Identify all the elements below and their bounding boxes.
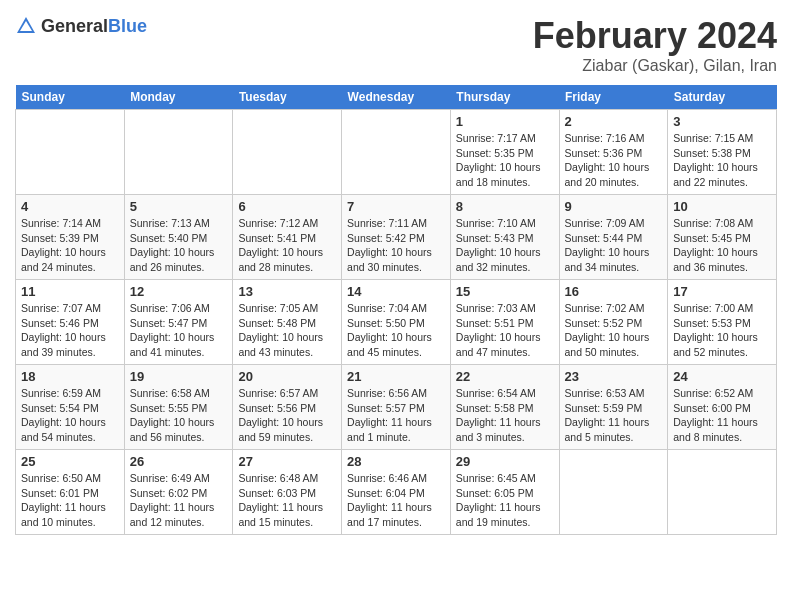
day-number: 28 — [347, 454, 445, 469]
day-info: Sunrise: 7:07 AMSunset: 5:46 PMDaylight:… — [21, 301, 119, 360]
day-number: 11 — [21, 284, 119, 299]
calendar-cell: 3Sunrise: 7:15 AMSunset: 5:38 PMDaylight… — [668, 110, 777, 195]
day-number: 23 — [565, 369, 663, 384]
logo-icon — [15, 15, 37, 37]
day-info: Sunrise: 6:46 AMSunset: 6:04 PMDaylight:… — [347, 471, 445, 530]
calendar-cell: 14Sunrise: 7:04 AMSunset: 5:50 PMDayligh… — [342, 280, 451, 365]
day-number: 14 — [347, 284, 445, 299]
day-number: 2 — [565, 114, 663, 129]
day-number: 27 — [238, 454, 336, 469]
calendar-cell: 28Sunrise: 6:46 AMSunset: 6:04 PMDayligh… — [342, 450, 451, 535]
weekday-header-tuesday: Tuesday — [233, 85, 342, 110]
day-number: 16 — [565, 284, 663, 299]
day-info: Sunrise: 7:11 AMSunset: 5:42 PMDaylight:… — [347, 216, 445, 275]
day-number: 26 — [130, 454, 228, 469]
page-header: GeneralBlue February 2024 Ziabar (Gaskar… — [15, 15, 777, 75]
calendar-cell: 20Sunrise: 6:57 AMSunset: 5:56 PMDayligh… — [233, 365, 342, 450]
calendar-cell — [16, 110, 125, 195]
day-number: 25 — [21, 454, 119, 469]
weekday-header-row: SundayMondayTuesdayWednesdayThursdayFrid… — [16, 85, 777, 110]
day-info: Sunrise: 7:03 AMSunset: 5:51 PMDaylight:… — [456, 301, 554, 360]
calendar-cell — [124, 110, 233, 195]
calendar-cell: 26Sunrise: 6:49 AMSunset: 6:02 PMDayligh… — [124, 450, 233, 535]
calendar-cell: 19Sunrise: 6:58 AMSunset: 5:55 PMDayligh… — [124, 365, 233, 450]
day-info: Sunrise: 6:45 AMSunset: 6:05 PMDaylight:… — [456, 471, 554, 530]
day-info: Sunrise: 6:48 AMSunset: 6:03 PMDaylight:… — [238, 471, 336, 530]
day-info: Sunrise: 6:56 AMSunset: 5:57 PMDaylight:… — [347, 386, 445, 445]
day-number: 21 — [347, 369, 445, 384]
week-row-5: 25Sunrise: 6:50 AMSunset: 6:01 PMDayligh… — [16, 450, 777, 535]
week-row-1: 1Sunrise: 7:17 AMSunset: 5:35 PMDaylight… — [16, 110, 777, 195]
day-number: 18 — [21, 369, 119, 384]
day-number: 15 — [456, 284, 554, 299]
day-info: Sunrise: 7:10 AMSunset: 5:43 PMDaylight:… — [456, 216, 554, 275]
calendar-cell — [668, 450, 777, 535]
calendar-cell — [559, 450, 668, 535]
day-info: Sunrise: 6:50 AMSunset: 6:01 PMDaylight:… — [21, 471, 119, 530]
day-number: 10 — [673, 199, 771, 214]
calendar-cell — [342, 110, 451, 195]
day-info: Sunrise: 7:02 AMSunset: 5:52 PMDaylight:… — [565, 301, 663, 360]
logo-blue: Blue — [108, 16, 147, 36]
day-number: 8 — [456, 199, 554, 214]
day-info: Sunrise: 7:17 AMSunset: 5:35 PMDaylight:… — [456, 131, 554, 190]
day-number: 4 — [21, 199, 119, 214]
day-info: Sunrise: 7:14 AMSunset: 5:39 PMDaylight:… — [21, 216, 119, 275]
day-info: Sunrise: 7:06 AMSunset: 5:47 PMDaylight:… — [130, 301, 228, 360]
day-info: Sunrise: 6:57 AMSunset: 5:56 PMDaylight:… — [238, 386, 336, 445]
weekday-header-thursday: Thursday — [450, 85, 559, 110]
day-number: 12 — [130, 284, 228, 299]
calendar-table: SundayMondayTuesdayWednesdayThursdayFrid… — [15, 85, 777, 535]
day-info: Sunrise: 6:49 AMSunset: 6:02 PMDaylight:… — [130, 471, 228, 530]
calendar-cell: 9Sunrise: 7:09 AMSunset: 5:44 PMDaylight… — [559, 195, 668, 280]
calendar-cell: 10Sunrise: 7:08 AMSunset: 5:45 PMDayligh… — [668, 195, 777, 280]
day-number: 19 — [130, 369, 228, 384]
day-number: 1 — [456, 114, 554, 129]
calendar-cell: 1Sunrise: 7:17 AMSunset: 5:35 PMDaylight… — [450, 110, 559, 195]
day-number: 20 — [238, 369, 336, 384]
day-info: Sunrise: 7:05 AMSunset: 5:48 PMDaylight:… — [238, 301, 336, 360]
day-number: 17 — [673, 284, 771, 299]
calendar-cell: 8Sunrise: 7:10 AMSunset: 5:43 PMDaylight… — [450, 195, 559, 280]
calendar-cell: 12Sunrise: 7:06 AMSunset: 5:47 PMDayligh… — [124, 280, 233, 365]
weekday-header-monday: Monday — [124, 85, 233, 110]
calendar-cell: 2Sunrise: 7:16 AMSunset: 5:36 PMDaylight… — [559, 110, 668, 195]
calendar-cell: 13Sunrise: 7:05 AMSunset: 5:48 PMDayligh… — [233, 280, 342, 365]
day-info: Sunrise: 6:53 AMSunset: 5:59 PMDaylight:… — [565, 386, 663, 445]
day-number: 7 — [347, 199, 445, 214]
week-row-4: 18Sunrise: 6:59 AMSunset: 5:54 PMDayligh… — [16, 365, 777, 450]
calendar-cell: 15Sunrise: 7:03 AMSunset: 5:51 PMDayligh… — [450, 280, 559, 365]
day-info: Sunrise: 7:16 AMSunset: 5:36 PMDaylight:… — [565, 131, 663, 190]
title-block: February 2024 Ziabar (Gaskar), Gilan, Ir… — [533, 15, 777, 75]
day-info: Sunrise: 7:09 AMSunset: 5:44 PMDaylight:… — [565, 216, 663, 275]
day-number: 13 — [238, 284, 336, 299]
weekday-header-sunday: Sunday — [16, 85, 125, 110]
day-number: 22 — [456, 369, 554, 384]
day-info: Sunrise: 7:08 AMSunset: 5:45 PMDaylight:… — [673, 216, 771, 275]
day-number: 24 — [673, 369, 771, 384]
day-info: Sunrise: 7:15 AMSunset: 5:38 PMDaylight:… — [673, 131, 771, 190]
week-row-3: 11Sunrise: 7:07 AMSunset: 5:46 PMDayligh… — [16, 280, 777, 365]
calendar-cell: 21Sunrise: 6:56 AMSunset: 5:57 PMDayligh… — [342, 365, 451, 450]
day-info: Sunrise: 7:04 AMSunset: 5:50 PMDaylight:… — [347, 301, 445, 360]
day-info: Sunrise: 6:54 AMSunset: 5:58 PMDaylight:… — [456, 386, 554, 445]
calendar-cell: 16Sunrise: 7:02 AMSunset: 5:52 PMDayligh… — [559, 280, 668, 365]
calendar-cell: 6Sunrise: 7:12 AMSunset: 5:41 PMDaylight… — [233, 195, 342, 280]
logo-general: General — [41, 16, 108, 36]
day-info: Sunrise: 7:13 AMSunset: 5:40 PMDaylight:… — [130, 216, 228, 275]
day-info: Sunrise: 6:59 AMSunset: 5:54 PMDaylight:… — [21, 386, 119, 445]
month-title: February 2024 — [533, 15, 777, 57]
calendar-cell — [233, 110, 342, 195]
day-info: Sunrise: 7:00 AMSunset: 5:53 PMDaylight:… — [673, 301, 771, 360]
calendar-cell: 17Sunrise: 7:00 AMSunset: 5:53 PMDayligh… — [668, 280, 777, 365]
logo: GeneralBlue — [15, 15, 147, 37]
day-info: Sunrise: 6:58 AMSunset: 5:55 PMDaylight:… — [130, 386, 228, 445]
calendar-cell: 29Sunrise: 6:45 AMSunset: 6:05 PMDayligh… — [450, 450, 559, 535]
weekday-header-friday: Friday — [559, 85, 668, 110]
calendar-cell: 18Sunrise: 6:59 AMSunset: 5:54 PMDayligh… — [16, 365, 125, 450]
day-number: 6 — [238, 199, 336, 214]
day-number: 9 — [565, 199, 663, 214]
week-row-2: 4Sunrise: 7:14 AMSunset: 5:39 PMDaylight… — [16, 195, 777, 280]
weekday-header-saturday: Saturday — [668, 85, 777, 110]
day-number: 5 — [130, 199, 228, 214]
